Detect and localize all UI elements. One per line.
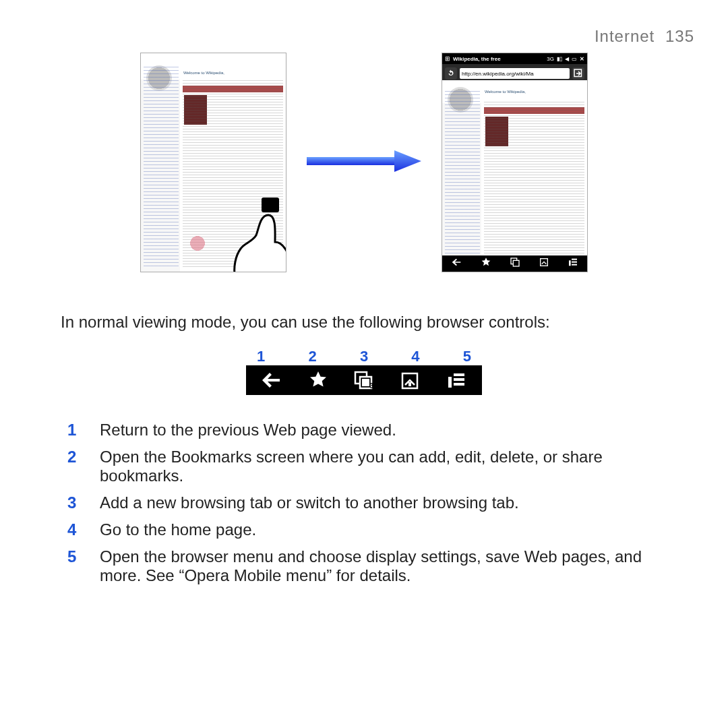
legend-number: 3: [61, 489, 93, 516]
back-button[interactable]: [258, 369, 285, 391]
wiki-welcome-text: Welcome to Wikipedia,: [183, 71, 224, 75]
signal-3g-icon: 3G: [547, 56, 554, 62]
legend-table: 1 Return to the previous Web page viewed…: [61, 417, 667, 589]
hand-tap-icon: [217, 195, 286, 272]
wiki-sidebar-links: [144, 67, 179, 269]
callout-number: 3: [360, 348, 368, 365]
figure-row: Welcome to Wikipedia,: [27, 53, 701, 272]
legend-text: Open the Bookmarks screen where you can …: [93, 444, 667, 489]
callout-number: 2: [308, 348, 316, 365]
refresh-button[interactable]: [445, 67, 457, 80]
svg-rect-9: [572, 262, 577, 263]
svg-rect-8: [572, 259, 577, 260]
bookmarks-button[interactable]: [305, 369, 332, 391]
wiki-welcome-text: Welcome to Wikipedia,: [485, 90, 526, 94]
legend-number: 5: [61, 543, 93, 589]
screenshot-fullscreen-browse: Welcome to Wikipedia,: [140, 53, 286, 272]
home-button[interactable]: [396, 369, 423, 391]
table-row: 2 Open the Bookmarks screen where you ca…: [61, 444, 667, 489]
svg-rect-18: [454, 378, 464, 381]
phone-status-bar: ⊞ Wikipedia, the free 3G ▮▯ ◀ ▭ ✕: [442, 53, 587, 64]
legend-text: Open the browser menu and choose display…: [93, 543, 667, 589]
svg-rect-20: [448, 377, 452, 388]
svg-rect-16: [408, 382, 411, 386]
toolbar-figure: 1 2 3 4 5 3: [246, 348, 482, 395]
legend-number: 4: [61, 516, 93, 543]
svg-marker-3: [394, 150, 421, 172]
wiki-body-text: [484, 102, 584, 254]
callout-number: 5: [463, 348, 471, 365]
table-row: 4 Go to the home page.: [61, 516, 667, 543]
windows-flag-icon: ⊞: [445, 55, 450, 62]
page-number: 135: [665, 27, 694, 45]
tabs-button[interactable]: 3: [351, 369, 377, 391]
signal-bars-icon: ▮▯: [557, 56, 562, 62]
manual-page: Internet 135 Welcome to Wikipedia,: [0, 0, 728, 728]
volume-icon: ◀: [565, 56, 569, 62]
home-icon[interactable]: [539, 257, 549, 270]
svg-rect-17: [454, 373, 464, 376]
topbar-site-name: Wikipedia, the free: [453, 56, 501, 62]
browser-toolbar-mini: [442, 255, 587, 272]
table-row: 3 Add a new browsing tab or switch to an…: [61, 489, 667, 516]
section-title: Internet: [595, 27, 655, 45]
legend-number: 1: [61, 417, 93, 444]
svg-rect-6: [513, 260, 519, 266]
callout-number: 1: [257, 348, 265, 365]
tabs-count-badge: 3: [369, 382, 373, 390]
legend-number: 2: [61, 444, 93, 489]
svg-rect-11: [569, 260, 571, 266]
toolbar-callout-numbers: 1 2 3 4 5: [246, 348, 482, 365]
battery-icon: ▭: [572, 56, 577, 62]
go-button[interactable]: [572, 67, 584, 80]
caption-text: In normal viewing mode, you can use the …: [27, 313, 701, 332]
table-row: 5 Open the browser menu and choose displ…: [61, 543, 667, 589]
dyk-image: [188, 234, 207, 253]
callout-number: 4: [411, 348, 419, 365]
transition-arrow-icon: [307, 148, 421, 177]
legend-text: Add a new browsing tab or switch to anot…: [93, 489, 667, 516]
bookmarks-icon[interactable]: [481, 257, 491, 270]
wiki-sidebar-links: [445, 91, 480, 269]
legend-text: Return to the previous Web page viewed.: [93, 417, 667, 444]
screenshot-normal-view: ⊞ Wikipedia, the free 3G ▮▯ ◀ ▭ ✕ http:/…: [442, 53, 588, 272]
svg-rect-14: [362, 379, 369, 386]
legend-text: Go to the home page.: [93, 516, 667, 543]
svg-rect-19: [454, 383, 464, 386]
back-icon[interactable]: [452, 257, 462, 270]
url-field[interactable]: http://en.wikipedia.org/wiki/Ma: [460, 68, 570, 79]
svg-rect-10: [572, 264, 577, 266]
table-row: 1 Return to the previous Web page viewed…: [61, 417, 667, 444]
page-header: Internet 135: [27, 27, 701, 46]
menu-icon[interactable]: [568, 257, 578, 270]
tabs-icon[interactable]: [510, 257, 520, 270]
menu-button[interactable]: [443, 369, 470, 391]
browser-toolbar: 3: [246, 365, 482, 395]
close-icon[interactable]: ✕: [580, 56, 584, 62]
svg-rect-2: [307, 157, 394, 165]
